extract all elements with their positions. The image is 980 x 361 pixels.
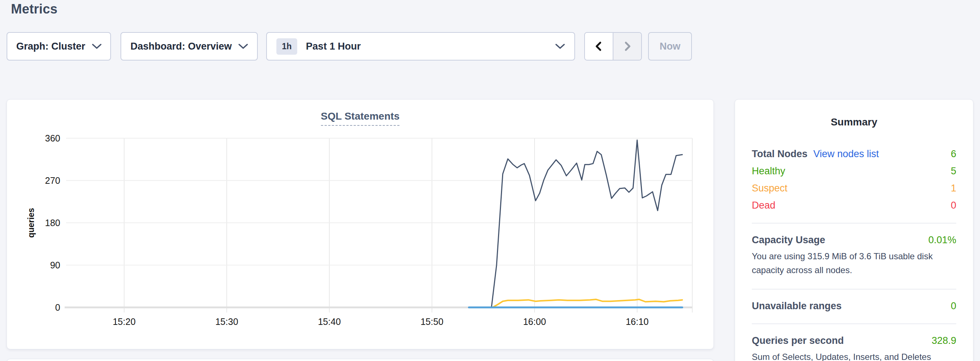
queries-per-second-value: 328.9 [931,335,956,347]
next-chart-card [6,359,714,361]
sql-statements-chart[interactable]: 09018027036015:2015:3015:4015:5016:0016:… [7,100,714,350]
time-range-badge: 1h [277,38,297,55]
divider [752,289,956,290]
time-window-pager [584,32,642,60]
queries-per-second-row: Queries per second 328.9 [752,335,956,347]
previous-time-window-button[interactable] [585,33,612,60]
svg-text:16:00: 16:00 [523,317,546,327]
time-range-selector[interactable]: 1h Past 1 Hour [266,32,575,60]
divider [752,223,956,223]
chevron-left-icon [594,41,604,51]
chevron-down-icon [239,43,248,49]
graph-selector-label: Graph: Cluster [16,41,85,52]
sql-statements-chart-card: SQL Statements 09018027036015:2015:3015:… [6,99,714,349]
capacity-usage-value: 0.01% [928,234,956,246]
svg-text:270: 270 [45,176,60,185]
capacity-usage-label: Capacity Usage [752,234,825,246]
unavailable-ranges-label: Unavailable ranges [752,301,842,312]
unavailable-ranges-value: 0 [951,301,956,312]
suspect-nodes-row: Suspect 1 [752,183,956,194]
healthy-nodes-row: Healthy 5 [752,166,956,177]
suspect-label: Suspect [752,183,788,194]
unavailable-ranges-row: Unavailable ranges 0 [752,301,956,312]
queries-per-second-description: Sum of Selects, Updates, Inserts, and De… [752,350,956,361]
dead-value: 0 [951,200,956,211]
svg-text:16:10: 16:10 [626,317,649,327]
now-button[interactable]: Now [648,32,692,60]
chevron-down-icon [555,43,565,49]
svg-text:90: 90 [50,260,60,270]
capacity-usage-row: Capacity Usage 0.01% [752,234,956,246]
dead-nodes-row: Dead 0 [752,200,956,211]
queries-per-second-label: Queries per second [752,335,844,347]
svg-text:queries: queries [26,208,36,238]
dashboard-selector-dropdown[interactable]: Dashboard: Overview [121,32,258,60]
summary-panel: Summary Total Nodes View nodes list 6 He… [735,99,974,361]
svg-text:15:40: 15:40 [318,317,341,327]
healthy-value: 5 [951,166,956,177]
svg-text:15:30: 15:30 [215,317,239,327]
dead-label: Dead [752,200,776,211]
page-title: Metrics [0,0,980,17]
total-nodes-label: Total Nodes [752,149,808,160]
next-time-window-button[interactable] [612,33,641,60]
dashboard-selector-label: Dashboard: Overview [130,41,232,52]
svg-text:0: 0 [55,302,60,312]
svg-text:180: 180 [45,218,60,228]
chevron-right-icon [622,41,632,51]
metrics-toolbar: Graph: Cluster Dashboard: Overview 1h Pa… [6,32,692,60]
total-nodes-row: Total Nodes View nodes list 6 [752,149,956,160]
graph-selector-dropdown[interactable]: Graph: Cluster [6,32,111,60]
suspect-value: 1 [951,183,956,194]
svg-text:15:20: 15:20 [113,317,136,327]
divider [752,323,956,324]
healthy-label: Healthy [752,166,785,177]
capacity-usage-description: You are using 315.9 MiB of 3.6 TiB usabl… [752,249,956,277]
view-nodes-list-link[interactable]: View nodes list [813,149,879,160]
svg-text:15:50: 15:50 [421,317,444,327]
summary-title: Summary [752,116,956,128]
svg-text:360: 360 [45,133,60,143]
time-range-label: Past 1 Hour [306,41,361,52]
chevron-down-icon [92,43,102,49]
total-nodes-value: 6 [951,149,956,160]
